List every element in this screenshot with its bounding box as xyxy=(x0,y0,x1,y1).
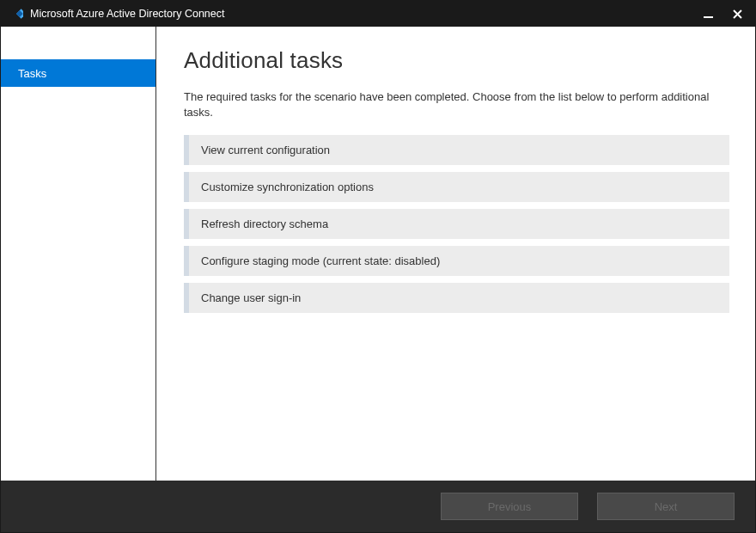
previous-button[interactable]: Previous xyxy=(441,493,578,520)
close-button[interactable] xyxy=(726,5,748,22)
sidebar-item-label: Tasks xyxy=(18,67,46,80)
svg-rect-2 xyxy=(704,16,713,18)
content-pane: Additional tasks The required tasks for … xyxy=(156,27,755,481)
sidebar-item-tasks[interactable]: Tasks xyxy=(1,59,155,87)
azure-ad-connect-icon xyxy=(9,7,23,21)
sidebar: Tasks xyxy=(1,27,156,481)
task-label: Refresh directory schema xyxy=(201,217,328,230)
page-description: The required tasks for the scenario have… xyxy=(184,89,729,119)
task-view-current-configuration[interactable]: View current configuration xyxy=(184,135,729,165)
task-configure-staging-mode[interactable]: Configure staging mode (current state: d… xyxy=(184,246,729,276)
task-label: View current configuration xyxy=(201,144,330,156)
task-customize-synchronization-options[interactable]: Customize synchronization options xyxy=(184,172,729,202)
task-change-user-sign-in[interactable]: Change user sign-in xyxy=(184,283,729,313)
footer: Previous Next xyxy=(1,481,755,532)
task-refresh-directory-schema[interactable]: Refresh directory schema xyxy=(184,209,729,239)
window-title: Microsoft Azure Active Directory Connect xyxy=(30,8,224,20)
body-area: Tasks Additional tasks The required task… xyxy=(1,27,755,481)
task-label: Customize synchronization options xyxy=(201,181,374,193)
task-list: View current configuration Customize syn… xyxy=(184,135,729,313)
next-button[interactable]: Next xyxy=(597,493,735,520)
page-title: Additional tasks xyxy=(184,47,729,74)
task-label: Configure staging mode (current state: d… xyxy=(201,254,440,267)
minimize-button[interactable] xyxy=(697,5,719,22)
task-label: Change user sign-in xyxy=(201,291,301,304)
titlebar: Microsoft Azure Active Directory Connect xyxy=(1,1,755,27)
